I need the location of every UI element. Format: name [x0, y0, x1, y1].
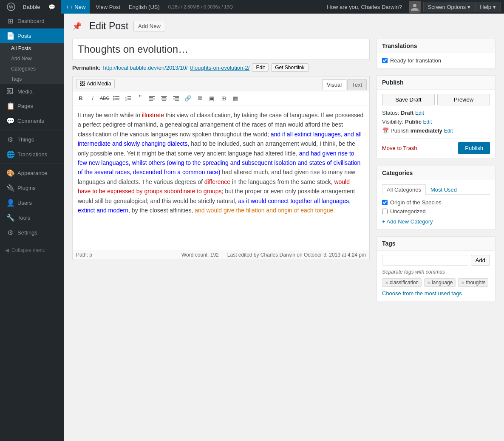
toolbar-fullscreen[interactable]: ⊞	[218, 93, 229, 103]
toolbar-align-left[interactable]	[147, 93, 158, 103]
sidebar-item-settings[interactable]: ⚙ Settings	[0, 225, 64, 240]
shortlink-button[interactable]: Get Shortlink	[271, 63, 308, 72]
tab-text[interactable]: Text	[347, 79, 367, 90]
sidebar-item-media[interactable]: 🖼 Media	[0, 84, 64, 99]
wp-logo[interactable]: W	[3, 0, 19, 14]
publish-label: Publish	[391, 127, 409, 134]
tag-add-button[interactable]: Add	[471, 255, 490, 266]
visibility-edit-link[interactable]: Edit	[423, 119, 432, 125]
tag-x-icon-classification[interactable]: ✕	[385, 280, 388, 285]
sidebar-item-label-things: Things	[17, 136, 34, 143]
menu-separator-1	[0, 130, 64, 130]
things-icon: ⚙	[6, 136, 14, 144]
post-title-input[interactable]	[72, 39, 370, 60]
editor-tabs: Visual Text	[320, 78, 369, 90]
sidebar-item-comments[interactable]: 💬 Comments	[0, 113, 64, 128]
chevron-down-icon-help: ▾	[493, 4, 496, 10]
add-media-button[interactable]: 🖼 Add Media	[76, 79, 115, 88]
sidebar-item-posts[interactable]: 📄 Posts	[0, 28, 64, 43]
view-post-link[interactable]: View Post	[91, 0, 125, 14]
move-to-trash-button[interactable]: Move to Trash	[382, 145, 417, 151]
editor-footer: Path: p Word count: 192 Last edited by C…	[73, 250, 369, 260]
tag-label-classification: classification	[390, 280, 419, 286]
collapse-menu-button[interactable]: ◀ Collapse menu	[0, 244, 64, 257]
sidebar-item-users[interactable]: 👤 Users	[0, 195, 64, 210]
toolbar-bold[interactable]: B	[75, 93, 86, 103]
toolbar-align-right[interactable]	[170, 93, 181, 103]
sidebar-submenu-add-new[interactable]: Add New	[0, 54, 64, 64]
toolbar-link[interactable]: 🔗	[182, 93, 193, 103]
sidebar-submenu-all-posts[interactable]: All Posts	[0, 43, 64, 54]
categories-panel-header[interactable]: Categories	[377, 166, 495, 180]
toolbar-ol[interactable]: 1.2.3.	[123, 93, 134, 103]
menu-separator-2	[0, 164, 64, 164]
main-content: 📌 Edit Post Add New Permalink: http://lo…	[64, 14, 504, 441]
toolbar-more[interactable]: ▦	[230, 93, 241, 103]
perf-info: 0.28s / 2.80MB / 0.0036s / 19Q	[164, 0, 237, 14]
categories-panel-body: All Categories Most Used Origin of the S…	[377, 180, 495, 229]
tools-icon: 🔧	[6, 214, 14, 222]
tag-label-language: language	[432, 280, 453, 286]
editor-toolbar: B I ABC 1.2.3. "	[73, 91, 369, 105]
translations-panel-title: Translations	[382, 42, 417, 49]
tab-most-used[interactable]: Most Used	[426, 184, 462, 195]
publish-time-edit-link[interactable]: Edit	[444, 128, 453, 134]
chevron-down-icon: ▾	[467, 4, 470, 10]
language-switcher[interactable]: English (US)	[125, 0, 164, 14]
publish-button[interactable]: Publish	[458, 142, 490, 154]
sidebar-item-appearance[interactable]: 🎨 Appearance	[0, 166, 64, 181]
choose-tags-link[interactable]: Choose from the most used tags	[382, 290, 462, 297]
tag-x-icon-thoughts[interactable]: ✕	[461, 280, 464, 285]
permalink-edit-button[interactable]: Edit	[252, 63, 269, 72]
toolbar-blockquote[interactable]: "	[135, 93, 146, 103]
tag-x-icon-language[interactable]: ✕	[427, 280, 430, 285]
sidebar-item-plugins[interactable]: 🔌 Plugins	[0, 181, 64, 195]
sidebar-item-label-dashboard: Dashboard	[17, 18, 45, 24]
help-button[interactable]: Help ▾	[475, 2, 501, 12]
tab-all-categories[interactable]: All Categories	[382, 184, 426, 195]
visibility-label: Visibility:	[382, 119, 403, 125]
permalink-slug[interactable]: thoughts-on-evolution-2/	[190, 65, 249, 71]
cat-uncategorized-checkbox[interactable]	[382, 209, 388, 214]
publish-panel: Publish Save Draft Preview Status: Draft…	[377, 75, 496, 159]
save-draft-button[interactable]: Save Draft	[382, 94, 435, 105]
sidebar-submenu-tags[interactable]: Tags	[0, 74, 64, 84]
category-item: Origin of the Species	[382, 198, 490, 207]
svg-text:W: W	[9, 4, 14, 9]
translations-panel-header[interactable]: Translations	[377, 39, 495, 53]
adminbar-right: How are you, Charles Darwin? Screen Opti…	[323, 1, 501, 13]
toolbar-italic[interactable]: I	[87, 93, 98, 103]
last-edited: Last edited by Charles Darwin on October…	[227, 252, 366, 258]
tag-input[interactable]	[382, 255, 468, 266]
sidebar-item-translations[interactable]: 🌐 Translations	[0, 147, 64, 162]
toolbar-align-center[interactable]	[159, 93, 170, 103]
publish-panel-header[interactable]: Publish	[377, 76, 495, 90]
toolbar-insert[interactable]: ▣	[206, 93, 217, 103]
sidebar-item-dashboard[interactable]: ⊞ Dashboard	[0, 14, 64, 28]
tab-visual[interactable]: Visual	[322, 79, 346, 90]
ready-for-translation-checkbox[interactable]	[382, 58, 388, 63]
sidebar: ⊞ Dashboard 📄 Posts All Posts Add New Ca…	[0, 14, 64, 441]
babble-menu[interactable]: Babble	[19, 0, 44, 14]
sidebar-item-pages[interactable]: 📋 Pages	[0, 99, 64, 113]
add-new-category-link[interactable]: + Add New Category	[382, 218, 433, 225]
screen-options-label: Screen Options	[428, 4, 466, 10]
status-edit-link[interactable]: Edit	[415, 110, 424, 116]
sidebar-item-things[interactable]: ⚙ Things	[0, 132, 64, 147]
sidebar-submenu-categories[interactable]: Categories	[0, 64, 64, 74]
editor-content[interactable]: It may be worth while to illustrate this…	[73, 105, 369, 250]
screen-options-button[interactable]: Screen Options ▾	[423, 2, 476, 12]
permalink-base[interactable]: http://local.babble.dev/en/2013/10/	[103, 65, 187, 71]
translations-panel-body: Ready for translation	[377, 53, 495, 68]
toolbar-strikethrough[interactable]: ABC	[99, 93, 110, 103]
comments-icon-bar[interactable]: 💬	[44, 0, 59, 14]
add-new-button[interactable]: Add New	[133, 21, 165, 31]
sidebar-item-label-comments: Comments	[17, 118, 44, 124]
toolbar-ul[interactable]	[111, 93, 122, 103]
cat-origin-checkbox[interactable]	[382, 200, 388, 205]
new-menu[interactable]: + + New	[61, 0, 90, 14]
toolbar-unlink[interactable]: ⛓	[194, 93, 205, 103]
tags-panel-header[interactable]: Tags	[377, 237, 495, 251]
preview-button[interactable]: Preview	[437, 94, 490, 105]
sidebar-item-tools[interactable]: 🔧 Tools	[0, 210, 64, 225]
